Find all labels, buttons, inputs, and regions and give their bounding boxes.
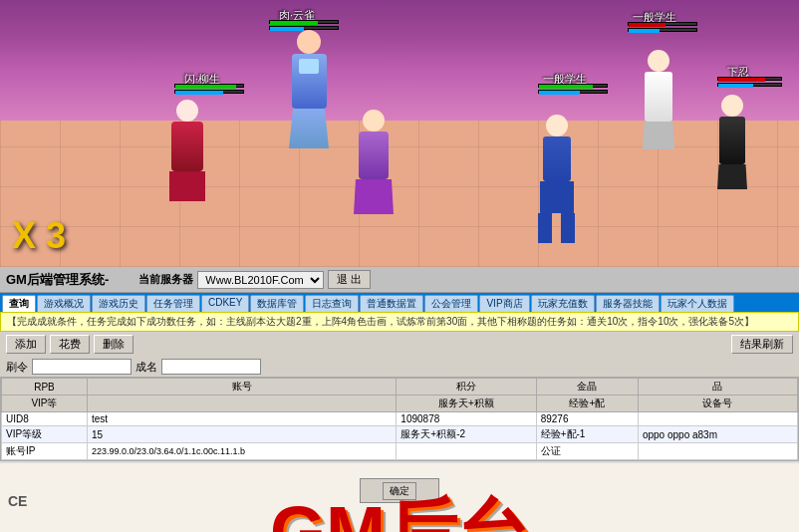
row2-col3: 服务天+积额-2 <box>397 426 536 443</box>
server-selector: 当前服务器 Www.BL2010F.Com 退 出 <box>138 270 371 289</box>
col-rpb: RPB <box>2 379 88 396</box>
action-btn-添加[interactable]: 添加 <box>6 335 46 354</box>
table-row: 账号IP 223.99.0.0/23.0/3.64.0/1.1c.00c.11.… <box>2 443 798 460</box>
row1-col3: 1090878 <box>397 412 536 426</box>
tab-log[interactable]: 日志查询 <box>305 295 359 312</box>
tab-order[interactable]: 任务管理 <box>146 295 200 312</box>
char5-hp <box>628 22 697 32</box>
col-exp: 经验+配 <box>536 396 638 412</box>
tab-cdkey[interactable]: CDKEY <box>201 295 249 312</box>
tab-online[interactable]: 游戏概况 <box>37 295 91 312</box>
col-account: 账号 <box>87 379 396 396</box>
row3-col2: 223.99.0.0/23.0/3.64.0/1.1c.00c.11.1.b <box>87 443 396 460</box>
tab-recharge[interactable]: 玩家充值数 <box>531 295 595 312</box>
tab-guildmgr[interactable]: 公会管理 <box>424 295 478 312</box>
col-vip: VIP等 <box>2 396 88 412</box>
server-dropdown[interactable]: Www.BL2010F.Com <box>197 271 324 289</box>
col-account2 <box>87 396 396 412</box>
x3-badge: X 3 <box>12 215 66 257</box>
col-score: 积分 <box>397 379 536 396</box>
char4-hp <box>538 84 608 94</box>
data-table-container: RPB 账号 积分 金晶 品 VIP等 服务天+积额 经验+配 设备号 UID8 <box>0 377 799 461</box>
char1-hp <box>269 20 339 30</box>
data-table: RPB 账号 积分 金晶 品 VIP等 服务天+积额 经验+配 设备号 UID8 <box>1 378 798 460</box>
tab-query[interactable]: 查询 <box>2 295 36 312</box>
bottom-area: CE GM后台 确定 <box>0 461 799 532</box>
tab-history[interactable]: 游戏历史 <box>92 295 145 312</box>
tab-personal[interactable]: 玩家个人数据 <box>661 295 734 312</box>
col-item: 品 <box>638 379 797 396</box>
refresh-button[interactable]: 结果刷新 <box>731 335 793 354</box>
char2-sprite <box>169 100 205 201</box>
gm-logo: GM后台 <box>270 485 529 532</box>
gm-title-bar: GM后端管理系统- 当前服务器 Www.BL2010F.Com 退 出 <box>0 267 799 293</box>
col-gold: 金晶 <box>536 379 638 396</box>
row1-col4: 89276 <box>536 412 638 426</box>
row2-col2: 15 <box>87 426 396 443</box>
nav-tabs: 查询游戏概况游戏历史任务管理CDKEY数据库管日志查询普通数据置公会管理VIP商… <box>0 293 799 312</box>
search-field1: 刷令 <box>6 360 28 375</box>
game-area: 肉·云雀 闪·柳生 一般学生 一般学生 下忍 <box>0 0 799 267</box>
row2-col4: 经验+配-1 <box>536 426 638 443</box>
exit-button[interactable]: 退 出 <box>328 270 371 289</box>
row3-col5 <box>638 443 797 460</box>
search-input2[interactable] <box>161 359 261 375</box>
row2-col5: oppo oppo a83m <box>638 426 797 443</box>
char6-sprite <box>717 95 747 189</box>
table-row: VIP等级 15 服务天+积额-2 经验+配-1 oppo oppo a83m <box>2 426 798 443</box>
action-btn-花费[interactable]: 花费 <box>50 335 90 354</box>
ce-text: CE <box>8 493 27 509</box>
server-label: 当前服务器 <box>138 272 193 287</box>
info-text: 【完成成就条件，任务完成如下成功数任务，如：主线副本达大题2重，上阵4角色击画，… <box>7 316 754 327</box>
gm-title: GM后端管理系统- <box>6 271 109 289</box>
action-bar: 添加花费删除结果刷新 <box>0 332 799 357</box>
char2-hp <box>174 84 244 94</box>
info-bar: 【完成成就条件，任务完成如下成功数任务，如：主线副本达大题2重，上阵4角色击画，… <box>0 312 799 332</box>
tab-datamgr[interactable]: 数据库管 <box>250 295 304 312</box>
row1-col2: test <box>87 412 396 426</box>
col-device: 设备号 <box>638 396 797 412</box>
row2-col1: VIP等级 <box>2 426 88 443</box>
tab-vipshop[interactable]: VIP商店 <box>479 295 529 312</box>
row3-col3 <box>397 443 536 460</box>
char5-sprite <box>643 50 674 149</box>
char4-sprite <box>538 115 575 247</box>
col-service: 服务天+积额 <box>397 396 536 412</box>
search-field2: 成名 <box>135 360 157 375</box>
search-input1[interactable] <box>32 359 132 375</box>
gm-panel: GM后端管理系统- 当前服务器 Www.BL2010F.Com 退 出 查询游戏… <box>0 267 799 461</box>
search-row: 刷令 成名 <box>0 357 799 377</box>
table-row: UID8 test 1090878 89276 <box>2 412 798 426</box>
char3-sprite <box>354 110 394 214</box>
row1-col5 <box>638 412 797 426</box>
tab-rankset[interactable]: 普通数据置 <box>360 295 423 312</box>
char1-sprite <box>289 30 329 148</box>
action-btn-删除[interactable]: 删除 <box>94 335 133 354</box>
row3-col1: 账号IP <box>2 443 88 460</box>
char6-hp <box>717 77 782 87</box>
row3-col4: 公证 <box>536 443 638 460</box>
row1-col1: UID8 <box>2 412 88 426</box>
tab-skillmgr[interactable]: 服务器技能 <box>596 295 660 312</box>
